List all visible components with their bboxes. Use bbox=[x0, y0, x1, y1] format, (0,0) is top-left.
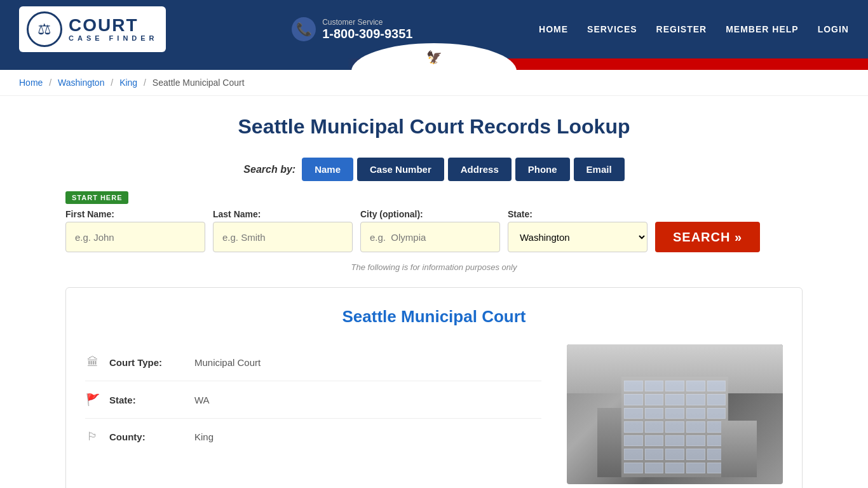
city-label: City (optional): bbox=[360, 209, 500, 219]
state-group: State: AlabamaAlaskaArizonaArkansasCalif… bbox=[508, 209, 648, 252]
page-title: Seattle Municipal Court Records Lookup bbox=[65, 115, 803, 139]
breadcrumb-current: Seattle Municipal Court bbox=[153, 78, 245, 88]
cs-text: Customer Service 1-800-309-9351 bbox=[322, 18, 412, 41]
cs-label: Customer Service bbox=[322, 18, 412, 27]
main-content: Seattle Municipal Court Records Lookup S… bbox=[53, 96, 815, 488]
banner-stripe: ★ ★ ★ 🦅 ★ ★ ★ bbox=[0, 58, 868, 70]
stars-left: ★ ★ ★ bbox=[400, 54, 421, 61]
tab-address[interactable]: Address bbox=[448, 158, 512, 181]
search-by-row: Search by: Name Case Number Address Phon… bbox=[65, 158, 803, 181]
nav-links: HOME SERVICES REGISTER MEMBER HELP LOGIN bbox=[539, 24, 849, 34]
logo-area: COURT CASE FINDER bbox=[19, 6, 166, 52]
court-state-row: 🚩 State: WA bbox=[85, 381, 541, 419]
city-group: City (optional): bbox=[360, 209, 500, 252]
court-state-label: State: bbox=[109, 395, 186, 405]
tab-name[interactable]: Name bbox=[302, 158, 353, 181]
logo-text: COURT CASE FINDER bbox=[69, 17, 158, 42]
nav-login[interactable]: LOGIN bbox=[818, 24, 849, 34]
breadcrumb-home[interactable]: Home bbox=[19, 78, 43, 88]
cs-phone: 1-800-309-9351 bbox=[322, 27, 412, 41]
start-here-badge: START HERE bbox=[65, 191, 128, 204]
last-name-input[interactable] bbox=[213, 222, 353, 252]
court-card: Seattle Municipal Court 🏛 Court Type: Mu… bbox=[65, 287, 803, 488]
city-input[interactable] bbox=[360, 222, 500, 252]
breadcrumb-washington[interactable]: Washington bbox=[58, 78, 104, 88]
tab-email[interactable]: Email bbox=[574, 158, 625, 181]
court-state-value: WA bbox=[194, 395, 210, 405]
court-type-label: Court Type: bbox=[109, 357, 186, 368]
logo-finder-text: CASE FINDER bbox=[69, 34, 158, 42]
breadcrumb: Home / Washington / King / Seattle Munic… bbox=[0, 70, 868, 96]
court-building-image bbox=[567, 344, 783, 484]
search-by-label: Search by: bbox=[243, 164, 295, 175]
first-name-input[interactable] bbox=[65, 222, 205, 252]
info-note: The following is for information purpose… bbox=[65, 262, 803, 272]
header: COURT CASE FINDER 📞 Customer Service 1-8… bbox=[0, 0, 868, 70]
court-info: 🏛 Court Type: Municipal Court 🚩 State: W… bbox=[85, 344, 541, 484]
stars-right: ★ ★ ★ bbox=[447, 54, 468, 61]
nav-home[interactable]: HOME bbox=[539, 24, 568, 34]
nav-member-help[interactable]: MEMBER HELP bbox=[726, 24, 798, 34]
search-form-area: START HERE First Name: Last Name: City (… bbox=[65, 191, 803, 252]
tab-phone[interactable]: Phone bbox=[515, 158, 570, 181]
first-name-group: First Name: bbox=[65, 209, 205, 252]
court-type-value: Municipal Court bbox=[194, 357, 261, 368]
breadcrumb-sep-3: / bbox=[144, 78, 146, 88]
logo-box: COURT CASE FINDER bbox=[19, 6, 166, 52]
court-type-row: 🏛 Court Type: Municipal Court bbox=[85, 344, 541, 381]
court-county-label: County: bbox=[109, 431, 186, 442]
search-fields-row: First Name: Last Name: City (optional): … bbox=[65, 209, 803, 252]
state-label: State: bbox=[508, 209, 648, 219]
breadcrumb-sep-2: / bbox=[111, 78, 113, 88]
court-type-icon: 🏛 bbox=[85, 356, 100, 369]
breadcrumb-king[interactable]: King bbox=[119, 78, 137, 88]
logo-court-text: COURT bbox=[69, 17, 158, 34]
court-card-title: Seattle Municipal Court bbox=[85, 307, 783, 327]
eagle-icon: 🦅 bbox=[426, 50, 442, 65]
tab-case-number[interactable]: Case Number bbox=[357, 158, 444, 181]
court-details-grid: 🏛 Court Type: Municipal Court 🚩 State: W… bbox=[85, 344, 783, 484]
last-name-label: Last Name: bbox=[213, 209, 353, 219]
logo-emblem bbox=[27, 11, 62, 47]
first-name-label: First Name: bbox=[65, 209, 205, 219]
search-button[interactable]: SEARCH » bbox=[655, 222, 760, 252]
nav-services[interactable]: SERVICES bbox=[587, 24, 637, 34]
nav-register[interactable]: REGISTER bbox=[656, 24, 707, 34]
court-county-row: 🏳 County: King bbox=[85, 419, 541, 455]
court-county-icon: 🏳 bbox=[85, 430, 100, 444]
court-county-value: King bbox=[194, 431, 214, 442]
last-name-group: Last Name: bbox=[213, 209, 353, 252]
state-select[interactable]: AlabamaAlaskaArizonaArkansasCaliforniaCo… bbox=[508, 222, 648, 252]
customer-service: 📞 Customer Service 1-800-309-9351 bbox=[292, 17, 412, 41]
court-state-icon: 🚩 bbox=[85, 393, 100, 407]
court-image-area bbox=[567, 344, 783, 484]
phone-icon: 📞 bbox=[292, 17, 316, 41]
breadcrumb-sep-1: / bbox=[49, 78, 51, 88]
